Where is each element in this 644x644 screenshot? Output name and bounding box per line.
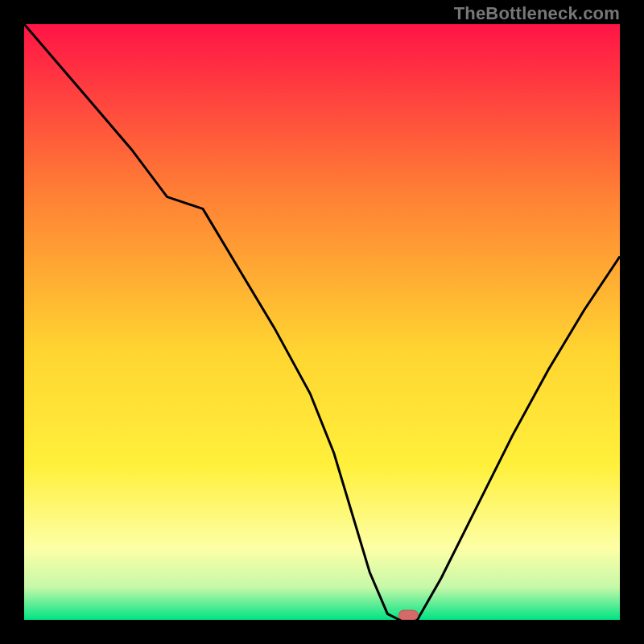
gradient-background [24,24,620,620]
plot-svg [24,24,620,620]
optimum-marker [398,610,418,620]
plot-area [24,24,620,620]
chart-frame: { "watermark": "TheBottleneck.com", "col… [0,0,644,644]
watermark-text: TheBottleneck.com [454,3,620,24]
